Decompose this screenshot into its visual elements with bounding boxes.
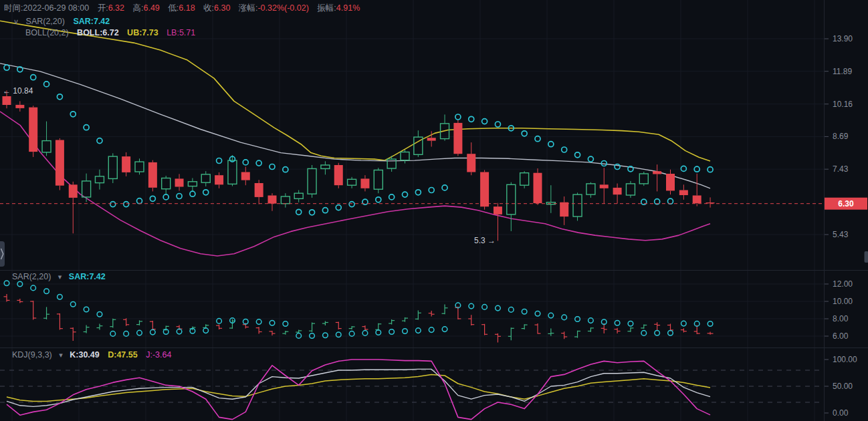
boll-indicator-name[interactable]: BOLL(20,2) (25, 28, 69, 37)
boll-ub-value: UB:7.73 (127, 28, 158, 37)
axis-tick-label: 11.89 (833, 66, 852, 77)
axis-tick-label: 0.00 (833, 408, 848, 418)
high-label: 高: (132, 3, 143, 13)
amplitude-label: 振幅: (317, 3, 336, 13)
kdj-dropdown-icon[interactable]: ▾ (59, 351, 63, 359)
kdj-j-value: J:-3.64 (146, 350, 171, 360)
low-label: 低: (168, 3, 179, 13)
axis-tick-label: 8.00 (833, 313, 848, 324)
axis-tick-label: 10.16 (833, 99, 853, 110)
axis-tick-label: 100.00 (833, 354, 857, 365)
boll-lb-value: LB:5.71 (167, 28, 195, 37)
ohlc-header: 时间:2022-06-29 08:00 开:6.32 高:6.49 低:6.18… (4, 3, 360, 13)
axis-tick-label: 12.00 (833, 279, 853, 289)
sar-indicator-name[interactable]: SAR(2,20) (26, 17, 65, 26)
sar-panel-name[interactable]: SAR(2,20) (12, 272, 51, 281)
time-value: 时间:2022-06-29 08:00 (4, 3, 89, 13)
open-value: 6.32 (108, 3, 124, 13)
axis-tick-label: 10.00 (833, 296, 853, 307)
axis-tick-label: 5.43 (833, 229, 848, 240)
close-value: 6.30 (214, 3, 230, 13)
sar-dropdown-icon[interactable]: ▾ (58, 273, 62, 281)
kdj-d-value: D:47.55 (108, 350, 137, 360)
sar-legend-main: ∨ SAR(2,20) SAR:7.42 (13, 16, 110, 27)
kdj-k-value: K:30.49 (70, 350, 99, 360)
axis-tick-label: 13.90 (833, 33, 853, 44)
collapse-chevron-icon[interactable]: ∨ (13, 17, 19, 25)
kdj-panel-legend: KDJ(9,3,3) ▾ K:30.49 D:47.55 J:-3.64 (12, 349, 171, 360)
axis-tick-label: 8.69 (833, 131, 848, 142)
change-value: -0.32%(-0.02) (257, 3, 308, 13)
sar-indicator-value: SAR:7.42 (73, 17, 110, 26)
high-value: 6.49 (143, 3, 159, 13)
scrollbar-handle[interactable] (865, 251, 868, 263)
high-price-marker: ← 10.84 (3, 86, 33, 96)
last-price-value: 6.30 (838, 199, 854, 208)
boll-mb-value: BOLL:6.72 (77, 28, 119, 37)
close-label: 收: (203, 3, 214, 13)
open-label: 开: (98, 3, 108, 13)
scroll-left-handle[interactable] (0, 241, 5, 267)
axis-tick-label: 7.43 (833, 164, 848, 174)
low-value: 6.18 (179, 3, 195, 13)
boll-legend: BOLL(20,2) BOLL:6.72 UB:7.73 LB:5.71 (25, 27, 195, 38)
amplitude-value: 4.91% (336, 3, 360, 13)
chart-app: 6.30← 10.845.3 → 时间:2022-06-29 08:00 开:6… (0, 0, 868, 421)
low-price-marker: 5.3 → (474, 236, 496, 245)
axis-tick-label: 50.00 (833, 381, 853, 392)
kdj-panel-name[interactable]: KDJ(9,3,3) (12, 350, 52, 360)
change-label: 涨幅: (239, 3, 257, 13)
sar-panel-value: SAR:7.42 (69, 272, 106, 281)
axis-tick-label: 6.00 (833, 331, 848, 341)
sar-panel-legend: SAR(2,20) ▾ SAR:7.42 (12, 271, 106, 282)
